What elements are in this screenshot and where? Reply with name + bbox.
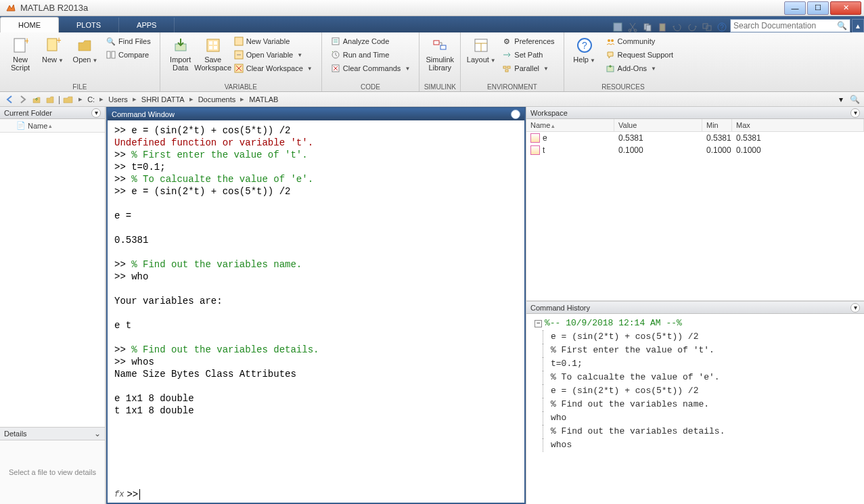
folder-name-column-header[interactable]: 📄 Name▴ [0, 119, 105, 133]
command-window-body[interactable]: >> e = (sin(2*t) + cos(5*t)) /2Undefined… [108, 120, 524, 489]
folder-actions-icon[interactable] [45, 94, 55, 105]
svg-rect-5 [660, 24, 665, 31]
tab-plots[interactable]: PLOTS [59, 18, 119, 32]
panel-actions-button[interactable]: ▾ [511, 110, 520, 119]
search-documentation[interactable]: 🔍 [730, 19, 850, 32]
breadcrumb-segment[interactable]: SHRI DATTA [139, 95, 187, 104]
history-entry[interactable]: % Find out the variables details. [532, 425, 864, 438]
simulink-library-button[interactable]: Simulink Library [424, 34, 456, 90]
svg-rect-12 [47, 39, 57, 51]
community-button[interactable]: Community [601, 35, 679, 47]
ribbon-group-resources: ? Help▼ Community Request Support Add-On… [564, 32, 683, 91]
command-line [114, 380, 518, 392]
maximize-button[interactable]: ☐ [807, 1, 829, 15]
panel-actions-button[interactable]: ▾ [91, 108, 101, 118]
close-button[interactable]: ✕ [830, 1, 861, 15]
command-line: >> t=0.1; [114, 161, 518, 173]
open-variable-button[interactable]: Open Variable▼ [229, 49, 317, 61]
collapse-toggle-icon[interactable]: − [535, 320, 542, 327]
svg-rect-19 [214, 41, 217, 45]
workspace-body[interactable]: e0.53810.53810.5381t0.10000.10000.1000 [526, 132, 864, 300]
right-column: Workspace ▾ Name▴ Value Min Max e0.53810… [526, 107, 864, 504]
current-folder-body[interactable] [0, 133, 105, 427]
save-icon[interactable] [612, 22, 623, 32]
ribbon-collapse-button[interactable]: ▲ [852, 19, 864, 32]
history-entry[interactable]: e = (sin(2*t) + cos(5*t)) /2 [532, 330, 864, 344]
command-line: Your variables are: [114, 295, 518, 307]
new-button[interactable]: + New▼ [37, 34, 69, 90]
set-path-button[interactable]: Set Path [497, 49, 559, 61]
ribbon-group-variable: Import Data Save Workspace New Variable … [160, 32, 322, 91]
up-folder-icon[interactable] [31, 94, 42, 105]
new-script-button[interactable]: + New Script [4, 34, 37, 90]
search-input[interactable] [733, 21, 837, 30]
run-and-time-button[interactable]: Run and Time [326, 49, 415, 61]
redo-icon[interactable] [687, 22, 698, 32]
find-files-button[interactable]: 🔍Find Files [101, 35, 156, 47]
ribbon: + New Script + New▼ Open▼ 🔍Find Files Co… [0, 32, 864, 92]
analyze-code-button[interactable]: Analyze Code [326, 35, 415, 47]
clear-workspace-button[interactable]: Clear Workspace▼ [229, 62, 317, 74]
history-entry[interactable]: e = (sin(2*t) + cos(5*t)) /2 [532, 384, 864, 398]
preferences-button[interactable]: ⚙Preferences [497, 35, 559, 47]
new-variable-button[interactable]: New Variable [229, 35, 317, 47]
command-prompt[interactable]: fx >> [108, 489, 524, 503]
add-ons-button[interactable]: Add-Ons▼ [601, 62, 679, 74]
breadcrumb-segment[interactable]: Documents [196, 95, 239, 104]
switch-windows-icon[interactable] [702, 22, 712, 32]
minimize-button[interactable]: — [784, 1, 806, 15]
breadcrumb-dropdown-icon[interactable]: ▾ [836, 94, 846, 105]
command-line: e 1x1 8 double [114, 392, 518, 405]
save-workspace-button[interactable]: Save Workspace [197, 34, 229, 90]
clear-commands-button[interactable]: Clear Commands▼ [326, 62, 415, 74]
search-icon[interactable]: 🔍 [837, 21, 847, 30]
compare-button[interactable]: Compare [101, 49, 156, 61]
help-icon[interactable]: ? [717, 22, 727, 32]
command-line [114, 222, 518, 234]
help-button[interactable]: ? Help▼ [568, 34, 601, 90]
history-entry[interactable]: % Find out the variables name. [532, 398, 864, 411]
search-path-icon[interactable]: 🔍 [849, 94, 860, 105]
command-line: >> % Find out the variables details. [114, 344, 518, 356]
ribbon-group-environment: Layout▼ ⚙Preferences Set Path Parallel▼ … [461, 32, 564, 91]
undo-icon[interactable] [672, 22, 683, 32]
details-header[interactable]: Details⌄ [0, 427, 105, 440]
svg-rect-4 [646, 25, 651, 31]
forward-icon[interactable] [18, 94, 28, 105]
history-entry[interactable]: t=0.1; [532, 357, 864, 371]
parallel-button[interactable]: Parallel▼ [497, 62, 559, 74]
command-history-body[interactable]: −%-- 10/9/2018 12:14 AM --% e = (sin(2*t… [526, 314, 864, 504]
import-data-button[interactable]: Import Data [164, 34, 197, 90]
cut-icon[interactable] [627, 22, 638, 32]
history-entry[interactable]: % First enter the value of 't'. [532, 344, 864, 357]
svg-rect-29 [440, 45, 446, 49]
tab-apps[interactable]: APPS [119, 18, 175, 32]
back-icon[interactable] [4, 94, 15, 105]
tab-home[interactable]: HOME [0, 17, 59, 32]
ribbon-tab-bar: HOME PLOTS APPS ? 🔍 ▲ [0, 16, 864, 32]
command-line: >> % Find out the variables name. [114, 258, 518, 271]
current-folder-icon[interactable] [63, 94, 74, 105]
fx-icon[interactable]: fx [114, 490, 124, 499]
panel-actions-button[interactable]: ▾ [850, 108, 860, 118]
command-line: t 1x1 8 double [114, 405, 518, 417]
workspace-variable-row[interactable]: e0.53810.53810.5381 [526, 132, 864, 144]
paste-icon[interactable] [657, 22, 668, 32]
svg-text:+: + [24, 37, 28, 46]
breadcrumb-segment[interactable]: C: [85, 95, 97, 104]
request-support-button[interactable]: Request Support [601, 49, 679, 61]
breadcrumb-segment[interactable]: MATLAB [246, 95, 281, 104]
workspace-variable-row[interactable]: t0.10000.10000.1000 [526, 144, 864, 156]
copy-icon[interactable] [642, 22, 653, 32]
history-entry[interactable]: who [532, 411, 864, 425]
history-entry[interactable]: whos [532, 438, 864, 452]
panel-actions-button[interactable]: ▾ [850, 303, 860, 313]
command-line: 0.5381 [114, 234, 518, 246]
main-area: Current Folder ▾ 📄 Name▴ Details⌄ Select… [0, 107, 864, 504]
svg-rect-28 [434, 41, 439, 45]
layout-button[interactable]: Layout▼ [465, 34, 497, 90]
open-button[interactable]: Open▼ [69, 34, 101, 90]
breadcrumb-segment[interactable]: Users [106, 95, 131, 104]
workspace-column-headers[interactable]: Name▴ Value Min Max [526, 119, 864, 132]
history-entry[interactable]: % To calcualte the value of 'e'. [532, 371, 864, 384]
